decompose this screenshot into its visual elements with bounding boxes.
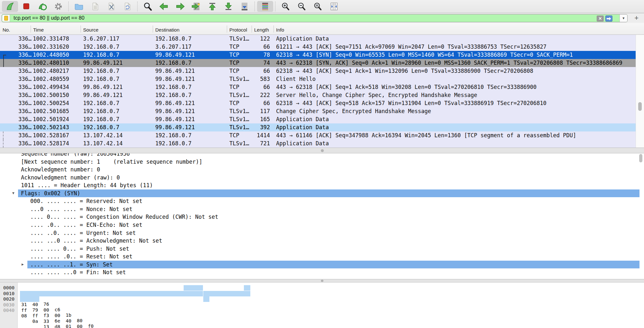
- hex-row[interactable]: 0000180f76c61b80f0189893d7d108004500··v·…: [0, 285, 644, 291]
- start-capture-button[interactable]: [2, 1, 18, 12]
- scrollbar-thumb[interactable]: [638, 102, 642, 111]
- expanded-twisty-icon[interactable]: ▼: [12, 189, 14, 197]
- column-header-destination[interactable]: Destination: [155, 27, 179, 33]
- column-header-time[interactable]: Time: [33, 27, 44, 33]
- cell-length: 66: [238, 99, 270, 107]
- go-to-last-packet-button[interactable]: [220, 1, 236, 12]
- hex-byte[interactable]: 0a: [33, 319, 644, 324]
- detail-line[interactable]: [Next sequence number: 1 (relative seque…: [0, 158, 644, 166]
- stop-capture-button[interactable]: [18, 1, 34, 12]
- go-back-button[interactable]: [156, 1, 172, 12]
- go-to-first-packet-button[interactable]: [204, 1, 220, 12]
- restart-capture-button[interactable]: [34, 1, 50, 12]
- filter-bookmark-button[interactable]: [2, 15, 10, 22]
- column-header-length[interactable]: Length: [254, 27, 273, 33]
- packet-row[interactable]: 336…1002.48011099.86.49.121192.168.0.7TC…: [0, 59, 636, 67]
- column-separator[interactable]: [81, 25, 81, 33]
- detail-line[interactable]: 000. .... .... = Reserved: Not set: [0, 197, 644, 205]
- packet-row[interactable]: 336…1002.480559192.168.0.799.86.49.121TL…: [0, 75, 636, 83]
- cell-info: Application Data: [276, 115, 329, 123]
- detail-line[interactable]: Acknowledgment number (raw): 0: [0, 174, 644, 181]
- add-filter-button[interactable]: +: [634, 14, 639, 22]
- packet-row[interactable]: 336…1002.52816713.107.42.14192.168.0.7TC…: [0, 131, 636, 140]
- filter-dropdown-icon[interactable]: ▼: [620, 14, 627, 22]
- save-file-icon: [89, 2, 101, 11]
- detail-line[interactable]: ...0 .... .... = Nonce: Not set: [0, 205, 644, 213]
- detail-line[interactable]: Sequence number (raw): 2665041956: [0, 153, 644, 158]
- capture-options-button[interactable]: [50, 1, 66, 12]
- detail-line[interactable]: .... .... 0... = Push: Not set: [0, 245, 644, 253]
- pane-splitter-bottom[interactable]: [0, 279, 644, 282]
- packet-row[interactable]: 336…1002.501924192.168.0.799.86.49.121TL…: [0, 115, 636, 123]
- detail-line[interactable]: 1011 .... = Header Length: 44 bytes (11): [0, 181, 644, 189]
- capture-options-gear-icon: [53, 2, 64, 11]
- hex-byte[interactable]: 08: [21, 313, 644, 319]
- column-separator[interactable]: [274, 25, 274, 33]
- packet-row[interactable]: 336…1002.480217192.168.0.799.86.49.121TC…: [0, 67, 636, 75]
- cell-no: 336…: [6, 140, 32, 148]
- reload-file-button[interactable]: [119, 1, 135, 12]
- packet-row[interactable]: 336…1002.500254192.168.0.799.86.49.121TC…: [0, 99, 636, 107]
- filter-expression-text[interactable]: tcp.port == 80 || udp.port == 80: [14, 15, 84, 21]
- go-forward-button[interactable]: [172, 1, 188, 12]
- detail-line[interactable]: ▶.... .... ..1. = Syn: Set: [0, 261, 644, 268]
- column-separator[interactable]: [252, 25, 252, 33]
- cell-no: 336…: [6, 51, 32, 59]
- column-header-protocol[interactable]: Protocol: [229, 27, 247, 33]
- packet-row[interactable]: 336…1002.3314783.6.207.117192.168.0.7TLS…: [0, 35, 636, 43]
- hex-row[interactable]: 00203179f36e01bb9ed9502600000000b0021y·n…: [0, 296, 644, 302]
- packet-row[interactable]: 336…1002.331620192.168.0.73.6.207.117TCP…: [0, 43, 636, 51]
- detail-line[interactable]: ▼Flags: 0x002 (SYN): [0, 189, 644, 197]
- column-separator[interactable]: [153, 25, 153, 33]
- hex-row[interactable]: 00100040000040004006e539c0a800076356·@··…: [0, 291, 644, 296]
- pane-splitter-top[interactable]: [0, 148, 644, 153]
- column-separator[interactable]: [227, 25, 227, 33]
- packet-row[interactable]: 336…1002.501685192.168.0.799.86.49.121TL…: [0, 107, 636, 115]
- packet-list-header[interactable]: No.TimeSourceDestinationProtocolLengthIn…: [0, 23, 644, 35]
- resize-columns-button[interactable]: [326, 1, 342, 12]
- auto-scroll-button[interactable]: [236, 1, 253, 12]
- close-file-button[interactable]: [103, 1, 119, 12]
- cell-time: 1002.480110: [33, 59, 69, 67]
- cell-info: 443 → 62318 [ACK] Seq=1 Ack=518 Win=3020…: [276, 83, 537, 91]
- cell-time: 1002.331478: [33, 35, 69, 43]
- cell-no: 336…: [6, 131, 32, 140]
- detail-line[interactable]: .... .... .0.. = Reset: Not set: [0, 253, 644, 260]
- packet-row[interactable]: 336…1002.49943499.86.49.121192.168.0.7TC…: [0, 83, 636, 91]
- detail-line[interactable]: Acknowledgment number: 0: [0, 166, 644, 173]
- hex-offset-label: 0010: [3, 291, 644, 296]
- zoom-in-button[interactable]: [278, 1, 294, 12]
- stream-bracket-icon: [3, 59, 4, 67]
- column-header-source[interactable]: Source: [83, 27, 99, 33]
- packet-row[interactable]: 336…1002.502143192.168.0.799.86.49.121TL…: [0, 123, 636, 131]
- packet-row[interactable]: 336…1002.52817413.107.42.14192.168.0.7TL…: [0, 140, 636, 148]
- hex-row[interactable]: 0040080a13e6b5950000000004020000········…: [0, 308, 644, 313]
- packet-row[interactable]: 336…1002.448050192.168.0.799.86.49.121TC…: [0, 51, 636, 59]
- packet-list-scrollbar[interactable]: [636, 35, 644, 148]
- zoom-100-button[interactable]: [310, 1, 326, 12]
- detail-line[interactable]: .... .... ...0 = Fin: Not set: [0, 268, 644, 276]
- open-file-button[interactable]: [71, 1, 87, 12]
- hex-byte[interactable]: 13: [43, 324, 644, 328]
- packet-row[interactable]: 336…1002.50015099.86.49.121192.168.0.7TL…: [0, 91, 636, 99]
- column-separator[interactable]: [31, 25, 31, 33]
- column-header-no[interactable]: No.: [3, 27, 10, 33]
- reload-file-icon: [121, 2, 133, 11]
- column-header-info[interactable]: Info: [276, 27, 284, 33]
- hex-row[interactable]: 0030ffff33d80000020405b4010303060101··3·…: [0, 302, 644, 308]
- colorize-button[interactable]: [257, 1, 273, 12]
- zoom-out-button[interactable]: [294, 1, 310, 12]
- detail-line[interactable]: .... ..0. .... = Urgent: Not set: [0, 229, 644, 237]
- display-filter-input[interactable]: tcp.port == 80 || udp.port == 80 ✕ ▼: [2, 14, 628, 22]
- cell-time: 1002.500254: [33, 99, 69, 107]
- detail-line[interactable]: .... 0... .... = Congestion Window Reduc…: [0, 213, 644, 221]
- find-packet-button[interactable]: [140, 1, 156, 12]
- go-to-packet-button[interactable]: [188, 1, 204, 12]
- collapsed-twisty-icon[interactable]: ▶: [22, 261, 24, 268]
- save-file-button[interactable]: [87, 1, 103, 12]
- detail-line[interactable]: .... ...0 .... = Acknowledgment: Not set: [0, 237, 644, 245]
- cell-length: 392: [238, 123, 270, 131]
- detail-line[interactable]: .... .0.. .... = ECN-Echo: Not set: [0, 221, 644, 229]
- apply-filter-icon[interactable]: [605, 15, 612, 22]
- clear-filter-icon[interactable]: ✕: [597, 15, 604, 22]
